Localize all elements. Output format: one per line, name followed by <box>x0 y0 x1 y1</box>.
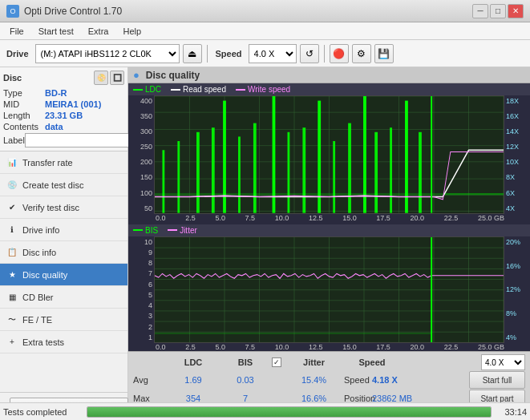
nav-create-test-label: Create test disc <box>22 180 83 190</box>
upper-chart-body <box>154 95 504 214</box>
progress-bar-fill <box>87 407 491 417</box>
svg-rect-36 <box>419 132 422 213</box>
chart-header: ● Disc quality <box>128 67 530 83</box>
nav-extra-tests[interactable]: + Extra tests <box>0 331 127 353</box>
menu-start-test[interactable]: Start test <box>32 25 80 38</box>
jitter-header: Jitter <box>284 357 344 367</box>
lower-legend: BIS Jitter <box>128 224 530 236</box>
nav-transfer-rate-label: Transfer rate <box>22 158 73 168</box>
menu-extra[interactable]: Extra <box>82 25 115 38</box>
svg-rect-21 <box>196 132 200 213</box>
settings-button[interactable]: ⚙ <box>352 44 371 63</box>
close-button[interactable]: ✕ <box>508 4 524 18</box>
burn-button[interactable]: 🔴 <box>330 44 349 63</box>
avg-ldc-val: 1.69 <box>165 375 221 385</box>
content-area: ● Disc quality LDC Read speed Write spee… <box>128 67 530 420</box>
maximize-button[interactable]: □ <box>490 4 506 18</box>
speed-select-bottom[interactable]: 4.0 X <box>481 354 525 370</box>
avg-speed-val: 4.18 X <box>372 375 416 385</box>
nav-items: 📊 Transfer rate 💿 Create test disc ✔ Ver… <box>0 151 127 392</box>
speed-label-stats: Speed <box>344 375 372 385</box>
contents-label: Contents <box>3 122 45 131</box>
bis-dot <box>133 229 143 231</box>
lower-x-axis: 0.0 2.5 5.0 7.5 10.0 12.5 15.0 17.5 20.0… <box>128 343 530 351</box>
legend-bis: BIS <box>133 226 158 235</box>
nav-fe-te[interactable]: 〜 FE / TE <box>0 309 127 331</box>
fe-te-icon: 〜 <box>6 314 18 325</box>
speed-label: Speed <box>212 49 245 59</box>
toolbar-separator2 <box>324 45 325 63</box>
nav-cd-bler[interactable]: ▦ CD Bler <box>0 286 127 309</box>
create-test-icon: 💿 <box>6 180 18 191</box>
label-field-label: Label <box>3 135 25 145</box>
drive-info-icon: ℹ <box>6 224 18 236</box>
svg-rect-35 <box>405 101 408 213</box>
svg-rect-30 <box>333 141 335 213</box>
minimize-button[interactable]: ─ <box>472 4 488 18</box>
read-speed-dot <box>171 89 180 91</box>
svg-rect-25 <box>253 123 257 213</box>
svg-rect-22 <box>212 127 215 212</box>
menu-help[interactable]: Help <box>116 25 148 38</box>
mid-value: MEIRA1 (001) <box>45 99 101 109</box>
status-time: 33:14 <box>495 407 527 417</box>
chart-header-icon: ● <box>133 69 140 81</box>
legend-read-speed: Read speed <box>171 85 226 94</box>
menu-file[interactable]: File <box>3 25 30 38</box>
speed-select[interactable]: 4.0 X <box>249 44 297 63</box>
disc-quality-icon: ★ <box>6 269 18 281</box>
drive-select[interactable]: (M:) ATAPI iHBS112 2 CL0K <box>35 44 180 63</box>
eject-button[interactable]: ⏏ <box>183 44 202 63</box>
label-input[interactable] <box>25 133 131 147</box>
jitter-checkbox[interactable]: ✓ <box>272 357 281 367</box>
svg-rect-26 <box>273 96 276 213</box>
legend-jitter: Jitter <box>168 226 197 235</box>
write-speed-label: Write speed <box>248 85 290 94</box>
jitter-dot <box>168 229 177 231</box>
nav-create-test-disc[interactable]: 💿 Create test disc <box>0 174 127 196</box>
nav-disc-info[interactable]: 📋 Disc info <box>0 241 127 264</box>
write-speed-dot <box>236 89 245 91</box>
nav-disc-quality-label: Disc quality <box>22 270 67 280</box>
nav-transfer-rate[interactable]: 📊 Transfer rate <box>0 151 127 174</box>
svg-rect-31 <box>348 123 351 213</box>
read-speed-label: Read speed <box>183 85 226 94</box>
svg-rect-59 <box>155 333 431 333</box>
avg-bis-val: 0.03 <box>221 375 269 385</box>
verify-test-icon: ✔ <box>6 202 18 213</box>
upper-x-axis: 0.0 2.5 5.0 7.5 10.0 12.5 15.0 17.5 20.0… <box>128 214 530 222</box>
legend-write-speed: Write speed <box>236 85 290 94</box>
toolbar: Drive (M:) ATAPI iHBS112 2 CL0K ⏏ Speed … <box>0 40 530 67</box>
nav-verify-test-label: Verify test disc <box>22 203 79 212</box>
nav-verify-test-disc[interactable]: ✔ Verify test disc <box>0 196 127 219</box>
transfer-rate-icon: 📊 <box>6 157 18 168</box>
upper-y-axis-right: 18X 16X 14X 12X 10X 8X 6X 4X <box>504 95 530 214</box>
lower-chart-section: 10 9 8 7 6 5 4 3 2 1 <box>128 236 530 351</box>
drive-label: Drive <box>3 49 32 59</box>
type-label: Type <box>3 88 45 98</box>
disc-icon-btn1[interactable]: 📀 <box>94 71 108 85</box>
sidebar: Disc 📀 🔲 Type BD-R MID MEIRA1 (001) Leng… <box>0 67 128 420</box>
title-bar: O Opti Drive Control 1.70 ─ □ ✕ <box>0 0 530 22</box>
disc-icon-btn2[interactable]: 🔲 <box>110 71 124 85</box>
save-button[interactable]: 💾 <box>374 44 394 63</box>
svg-rect-24 <box>238 136 241 212</box>
svg-rect-27 <box>287 132 289 213</box>
legend-ldc: LDC <box>133 85 161 94</box>
status-text: Tests completed <box>3 407 83 417</box>
nav-disc-info-label: Disc info <box>22 248 56 257</box>
nav-disc-quality[interactable]: ★ Disc quality <box>0 264 127 286</box>
chart-title: Disc quality <box>146 70 200 81</box>
upper-chart-section: 400 350 300 250 200 150 100 50 <box>128 95 530 222</box>
app-icon: O <box>6 5 19 18</box>
length-label: Length <box>3 111 45 120</box>
svg-rect-20 <box>177 141 180 213</box>
upper-y-axis-left: 400 350 300 250 200 150 100 50 <box>128 95 154 214</box>
refresh-button[interactable]: ↺ <box>300 44 319 63</box>
start-full-button[interactable]: Start full <box>469 371 525 389</box>
svg-rect-19 <box>162 150 164 212</box>
nav-drive-info[interactable]: ℹ Drive info <box>0 219 127 241</box>
ldc-label: LDC <box>145 85 161 94</box>
speed-header: Speed <box>344 357 400 367</box>
lower-chart-svg <box>155 237 504 342</box>
